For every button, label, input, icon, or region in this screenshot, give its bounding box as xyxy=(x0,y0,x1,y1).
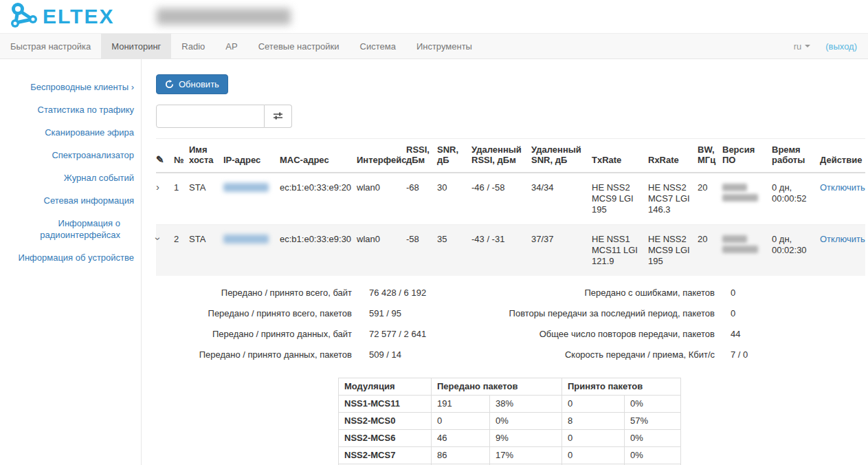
col-rssi: RSSI, дБм xyxy=(406,139,437,173)
traffic-stats-left: Передано / принято всего, байт76 428 / 6… xyxy=(156,283,479,365)
client-row: › 1 STA ec:b1:e0:33:e9:20 wlan0 -68 30 -… xyxy=(156,173,865,225)
sidebar-item-air-scan[interactable]: Сканирование эфира xyxy=(0,121,141,144)
client-rxrate: HE NSS2 MCS9 LGI 195 xyxy=(648,225,698,277)
mod-rx-count: 0 xyxy=(562,430,625,447)
client-snr: 35 xyxy=(437,225,471,277)
mod-name: NSS2-MCS0 xyxy=(339,413,432,430)
mod-tx-count: 0 xyxy=(432,413,490,430)
client-fw-version-redacted xyxy=(722,184,747,191)
client-ip-redacted xyxy=(223,183,269,192)
language-label: ru xyxy=(794,41,802,52)
client-fw-build-redacted xyxy=(722,246,758,253)
tab-system[interactable]: Система xyxy=(350,34,406,58)
top-header: ELTEX xyxy=(0,0,868,33)
col-remote-rssi: Удаленный RSSI, дБм xyxy=(471,139,531,173)
client-hostname: STA xyxy=(189,225,223,277)
stat-value: 509 / 14 xyxy=(352,345,479,365)
mod-tx-percent: 17% xyxy=(490,447,562,464)
clients-table-header-row: ✎ № Имя хоста IP-адрес MAC-адрес Интерфе… xyxy=(156,139,865,173)
mod-rx-count: 0 xyxy=(562,396,625,413)
client-interface: wlan0 xyxy=(357,225,406,277)
mod-name: NSS1-MCS11 xyxy=(339,396,432,413)
col-bw: BW, МГц xyxy=(698,139,722,173)
sidebar-item-radio-interfaces-info[interactable]: Информация о радиоинтерфейсах xyxy=(0,212,141,246)
client-mac: ec:b1:e0:33:e9:30 xyxy=(280,225,357,277)
client-snr: 30 xyxy=(437,173,471,225)
stat-value: 591 / 95 xyxy=(352,303,479,324)
modulation-row: NSS1-MCS11 191 38% 0 0% xyxy=(339,396,681,413)
tab-radio[interactable]: Radio xyxy=(171,34,215,58)
client-rssi: -68 xyxy=(406,173,437,225)
client-number: 1 xyxy=(174,173,189,225)
client-bw: 20 xyxy=(698,225,722,277)
stat-value: 44 xyxy=(715,324,790,345)
client-mac: ec:b1:e0:33:e9:20 xyxy=(280,173,357,225)
sliders-icon xyxy=(273,111,283,121)
sidebar-item-label: Беспроводные клиенты xyxy=(30,82,129,92)
client-fw-build-redacted xyxy=(722,194,758,202)
sidebar-item-traffic-stats[interactable]: Статистика по трафику xyxy=(0,98,141,121)
stat-label: Передано / принято данных, пакетов xyxy=(156,345,352,365)
col-fw-version: Версия ПО xyxy=(722,139,772,173)
col-rxrate: RxRate xyxy=(648,139,698,173)
eltex-logo-text: ELTEX xyxy=(43,6,114,27)
disconnect-link[interactable]: Отключить xyxy=(820,234,865,244)
col-remote-snr: Удаленный SNR, дБ xyxy=(531,139,592,173)
col-interface: Интерфейс xyxy=(357,139,406,173)
client-bw: 20 xyxy=(698,173,722,225)
stat-value: 0 xyxy=(715,283,790,303)
tab-tools[interactable]: Инструменты xyxy=(406,34,482,58)
mod-rx-percent: 0% xyxy=(625,430,681,447)
client-remote-snr: 37/37 xyxy=(531,225,592,277)
filter-settings-button[interactable] xyxy=(265,105,292,128)
client-details-panel: Передано / принято всего, байт76 428 / 6… xyxy=(156,276,865,374)
mod-tx-count: 46 xyxy=(432,430,490,447)
collapse-row-icon[interactable]: › xyxy=(154,237,162,241)
client-txrate: HE NSS2 MCS9 LGI 195 xyxy=(592,173,648,225)
client-hostname: STA xyxy=(189,173,223,225)
stat-label: Передано с ошибками, пакетов xyxy=(479,283,715,303)
search-input[interactable] xyxy=(156,105,265,128)
eltex-logo: ELTEX xyxy=(10,2,114,32)
expand-row-icon[interactable]: › xyxy=(156,183,159,191)
traffic-stats-right: Передано с ошибками, пакетов0 Повторы пе… xyxy=(479,283,790,365)
stat-label: Передано / принято данных, байт xyxy=(156,324,352,345)
mod-col-tx-packets: Передано пакетов xyxy=(432,378,562,396)
stat-value: 0 xyxy=(715,303,790,324)
col-mac: MAC-адрес xyxy=(280,139,357,173)
tab-monitoring[interactable]: Мониторинг xyxy=(101,34,171,58)
stat-label: Общее число повторов передачи, пакетов xyxy=(479,324,715,345)
client-rxrate: HE NSS2 MCS7 LGI 146.3 xyxy=(648,173,698,225)
stat-label: Передано / принято всего, байт xyxy=(156,283,352,303)
table-filter-group xyxy=(156,105,868,128)
main-content: Обновить xyxy=(142,59,868,465)
sidebar-item-wireless-clients[interactable]: Беспроводные клиенты › xyxy=(0,76,141,98)
tab-network-settings[interactable]: Сетевые настройки xyxy=(248,34,350,58)
mod-col-rx-packets: Принято пакетов xyxy=(562,378,681,396)
mod-name: NSS2-MCS6 xyxy=(339,430,432,447)
mod-tx-percent: 0% xyxy=(490,413,562,430)
sidebar-item-spectrum-analyzer[interactable]: Спектроанализатор xyxy=(0,144,141,166)
tab-ap[interactable]: AP xyxy=(215,34,247,58)
stat-label: Повторы передачи за последний период, па… xyxy=(479,303,715,324)
mod-rx-percent: 57% xyxy=(625,413,681,430)
logout-link[interactable]: (выход) xyxy=(825,41,857,52)
modulation-row: NSS2-MCS0 0 0% 8 57% xyxy=(339,413,681,430)
chevron-down-icon xyxy=(805,45,810,47)
client-rssi: -58 xyxy=(406,225,437,277)
refresh-icon xyxy=(165,80,174,89)
modulation-header-row: Модуляция Передано пакетов Принято пакет… xyxy=(339,378,681,396)
refresh-button[interactable]: Обновить xyxy=(156,74,228,94)
mod-rx-percent: 0% xyxy=(625,396,681,413)
mod-rx-percent: 0% xyxy=(625,447,681,464)
language-dropdown[interactable]: ru xyxy=(794,41,811,52)
sidebar-item-device-info[interactable]: Информация об устройстве xyxy=(0,246,141,269)
stat-value: 72 577 / 2 641 xyxy=(352,324,479,345)
mod-name: NSS2-MCS7 xyxy=(339,447,432,464)
disconnect-link[interactable]: Отключить xyxy=(820,182,865,193)
modulation-table: Модуляция Передано пакетов Принято пакет… xyxy=(338,378,681,465)
client-number: 2 xyxy=(174,225,189,277)
sidebar-item-event-log[interactable]: Журнал событий xyxy=(0,166,141,189)
tab-quick-setup[interactable]: Быстрая настройка xyxy=(0,34,101,58)
sidebar-item-network-info[interactable]: Сетевая информация xyxy=(0,189,141,212)
